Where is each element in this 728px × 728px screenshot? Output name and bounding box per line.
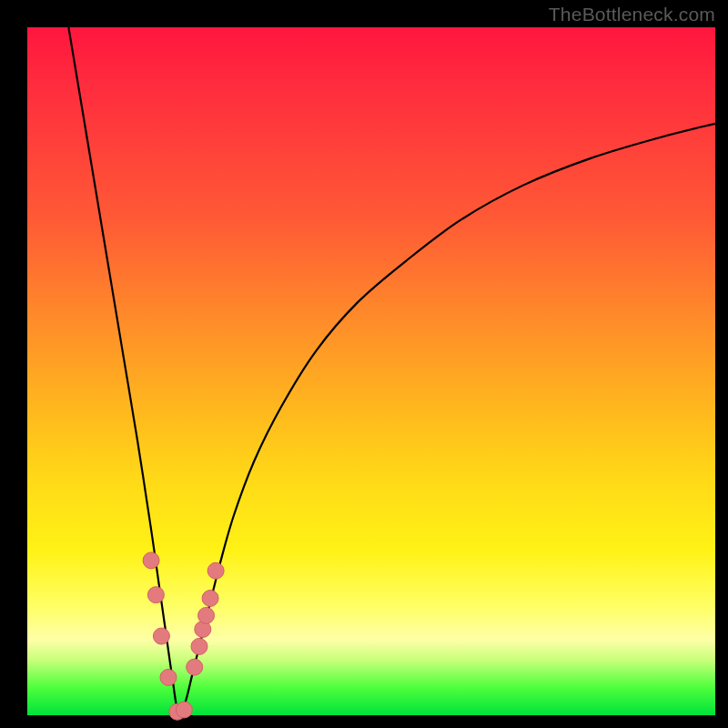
marker-dot (143, 552, 159, 569)
watermark-text: TheBottleneck.com (549, 4, 715, 25)
marker-dot (176, 702, 192, 718)
bottleneck-curve (68, 27, 715, 716)
marker-dot (153, 628, 169, 644)
marker-dot (198, 607, 215, 623)
highlighted-points (143, 552, 224, 720)
marker-dot (187, 659, 203, 675)
marker-dot (191, 638, 207, 654)
marker-dot (160, 669, 177, 685)
marker-dot (207, 562, 224, 579)
chart-frame: TheBottleneck.com (0, 0, 728, 728)
marker-dot (202, 590, 218, 606)
plot-area (27, 27, 715, 715)
curve-layer (27, 27, 715, 715)
marker-dot (147, 587, 164, 603)
